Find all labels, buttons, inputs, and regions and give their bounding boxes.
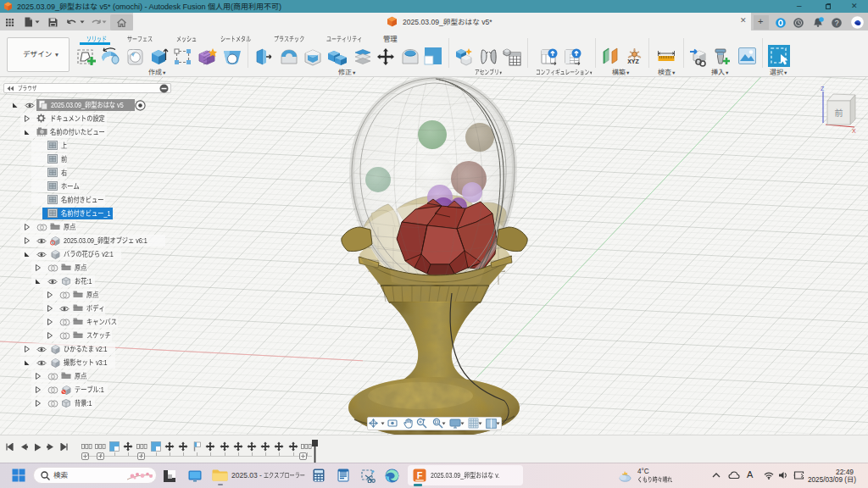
svg-text:?: ? bbox=[835, 18, 839, 26]
svg-text:X: X bbox=[852, 128, 856, 134]
svg-text:Z: Z bbox=[821, 86, 825, 92]
svg-text:前: 前 bbox=[835, 108, 843, 118]
svg-text:XYZ: XYZ bbox=[627, 58, 639, 64]
svg-text:F: F bbox=[417, 470, 423, 480]
